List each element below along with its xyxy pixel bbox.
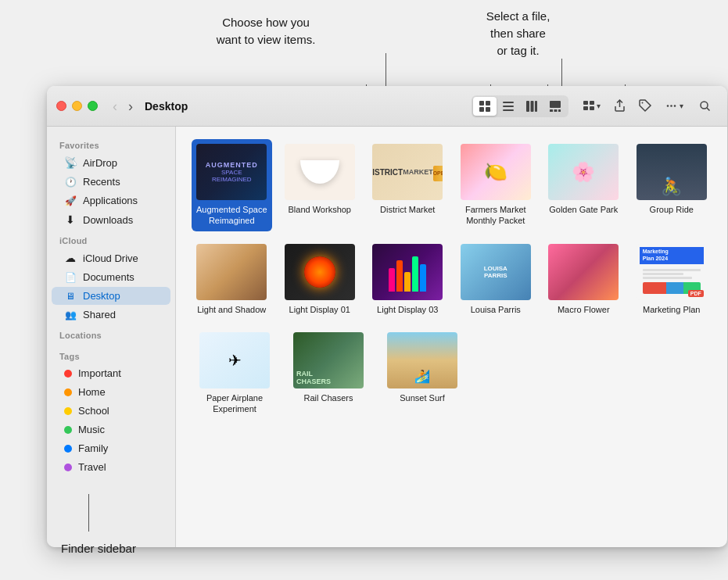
grid-row-2: Light and Shadow Light Display 01 [192, 239, 712, 320]
file-sunset[interactable]: 🏄 Sunset Surf [379, 328, 465, 420]
grid-row-3: ✈ Paper Airplane Experiment RAILCHASERS … [192, 328, 712, 420]
view-gallery-button[interactable] [543, 97, 567, 116]
file-district[interactable]: DISTRICT MARKET OPEN District Market [368, 139, 448, 231]
file-macro[interactable]: Macro Flower [543, 239, 624, 320]
more-button[interactable]: ▾ [658, 95, 690, 116]
svg-point-20 [670, 105, 672, 107]
close-button[interactable] [56, 101, 66, 111]
share-callout: Select a file,then shareor tag it. [442, 8, 594, 59]
file-louisa[interactable]: LOUISAPARRIS Louisa Parris [456, 239, 536, 320]
search-button[interactable] [693, 96, 718, 116]
finder-sidebar-label: Finder sidebar [61, 542, 136, 555]
view-list-button[interactable] [497, 97, 520, 116]
family-dot [64, 445, 72, 453]
view-grid-button[interactable] [473, 97, 497, 116]
svg-rect-14 [583, 101, 588, 105]
file-name-district: District Market [380, 204, 435, 215]
svg-rect-7 [526, 101, 529, 112]
sidebar-label-line [88, 494, 89, 532]
file-bland[interactable]: Bland Workshop [280, 139, 360, 231]
file-name-farmers: Farmers Market Monthly Packet [461, 204, 532, 227]
tag-button[interactable] [633, 95, 658, 116]
svg-rect-9 [535, 101, 537, 112]
sidebar-item-shared[interactable]: 👥 Shared [52, 306, 170, 324]
shared-icon: 👥 [64, 310, 77, 320]
traffic-lights [56, 101, 98, 111]
share-callout-line [561, 59, 562, 86]
svg-rect-10 [550, 101, 561, 108]
sidebar-label-icloud-drive: iCloud Drive [83, 252, 158, 264]
thumb-augmented: AUGMENTED SPACE REIMAGINED [196, 144, 267, 200]
file-name-marketing: Marketing Plan [643, 304, 700, 315]
view-callout-line [386, 53, 386, 86]
sidebar-label-important: Important [78, 367, 158, 379]
home-dot [64, 388, 72, 396]
share-button[interactable] [607, 95, 633, 116]
sidebar-item-important[interactable]: Important [52, 364, 170, 382]
downloads-icon: ⬇ [64, 213, 77, 226]
svg-rect-17 [590, 106, 594, 110]
file-golden[interactable]: 🌸 Golden Gate Park [543, 139, 624, 231]
airdrop-icon: 📡 [64, 156, 77, 169]
locations-section: Locations [47, 324, 175, 342]
file-name-louisa: Louisa Parris [471, 304, 521, 315]
sidebar-item-icloud-drive[interactable]: ☁ iCloud Drive [52, 249, 170, 267]
view-column-button[interactable] [520, 97, 543, 116]
sidebar-item-applications[interactable]: 🚀 Applications [52, 192, 170, 209]
thumb-district: DISTRICT MARKET OPEN [372, 144, 443, 200]
school-dot [64, 407, 72, 415]
sidebar-label-documents: Documents [83, 271, 158, 283]
back-button[interactable]: ‹ [109, 98, 121, 115]
file-light-d01[interactable]: Light Display 01 [280, 239, 360, 320]
important-dot [64, 370, 72, 378]
sidebar-label-airdrop: AirDrop [83, 157, 158, 169]
svg-rect-0 [479, 101, 484, 106]
sidebar-item-music[interactable]: Music [52, 421, 170, 439]
file-rail[interactable]: RAILCHASERS Rail Chasers [285, 328, 371, 420]
thumb-golden: 🌸 [548, 144, 619, 200]
file-augmented[interactable]: AUGMENTED SPACE REIMAGINED Augmented Spa… [192, 139, 272, 231]
view-controls [472, 95, 568, 117]
thumb-bland [285, 144, 355, 200]
file-light-shadow[interactable]: Light and Shadow [192, 239, 272, 320]
minimize-button[interactable] [72, 101, 82, 111]
group-by-button[interactable]: ▾ [576, 96, 607, 116]
sidebar-item-home[interactable]: Home [52, 383, 170, 401]
thumb-marketing: MarketingPlan 2024 PDF [637, 244, 707, 300]
sidebar-item-airdrop[interactable]: 📡 AirDrop [52, 153, 170, 172]
file-name-light-d03: Light Display 03 [377, 304, 438, 315]
svg-rect-13 [558, 109, 561, 112]
svg-rect-5 [503, 106, 514, 107]
sidebar-item-travel[interactable]: Travel [52, 458, 170, 476]
file-farmers[interactable]: 🍋 Farmers Market Monthly Packet [456, 139, 536, 231]
sidebar-item-desktop[interactable]: 🖥 Desktop [52, 287, 170, 305]
maximize-button[interactable] [88, 101, 98, 111]
file-grid: AUGMENTED SPACE REIMAGINED Augmented Spa… [176, 127, 727, 547]
sidebar-item-family[interactable]: Family [52, 439, 170, 457]
sidebar-item-downloads[interactable]: ⬇ Downloads [52, 210, 170, 229]
file-group-ride[interactable]: 🚴 Group Ride [632, 139, 712, 231]
svg-rect-8 [531, 101, 534, 112]
file-name-light-d01: Light Display 01 [289, 304, 350, 315]
svg-rect-15 [590, 101, 594, 105]
file-name-golden: Golden Gate Park [549, 204, 618, 215]
forward-button[interactable]: › [124, 98, 137, 115]
favorites-section: Favorites [47, 134, 175, 152]
file-name-rail: Rail Chasers [304, 392, 353, 403]
sidebar-item-recents[interactable]: 🕐 Recents [52, 173, 170, 191]
icloud-drive-icon: ☁ [64, 252, 77, 264]
finder-window: ‹ › Desktop [47, 86, 727, 547]
file-light-d03[interactable]: Light Display 03 [368, 239, 448, 320]
sidebar-item-school[interactable]: School [52, 402, 170, 420]
file-name-macro: Macro Flower [558, 304, 610, 315]
file-paper[interactable]: ✈ Paper Airplane Experiment [192, 328, 278, 420]
icloud-section: iCloud [47, 230, 175, 248]
sidebar-item-documents[interactable]: 📄 Documents [52, 268, 170, 286]
view-callout: Choose how youwant to view items. [184, 14, 348, 48]
sidebar-label-applications: Applications [83, 195, 158, 206]
thumb-paper: ✈ [199, 332, 270, 388]
travel-dot [64, 464, 72, 471]
file-marketing[interactable]: MarketingPlan 2024 PDF Marketing Plan [632, 239, 712, 320]
thumb-louisa: LOUISAPARRIS [461, 244, 531, 300]
file-name-light-shadow: Light and Shadow [197, 304, 266, 315]
